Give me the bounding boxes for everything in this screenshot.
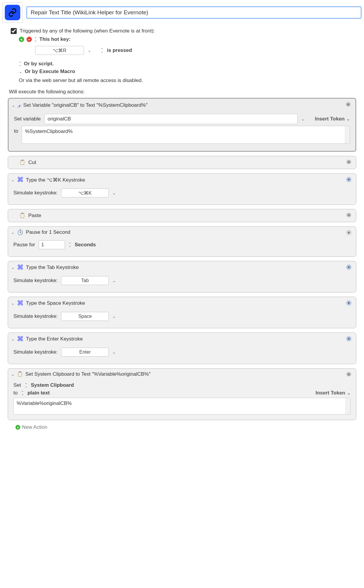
action-set-clipboard[interactable]: ⌄ Set System Clipboard to Text "%Variabl…: [8, 368, 356, 420]
chevron-down-icon[interactable]: ⌄: [19, 69, 22, 74]
set-variable-label: Set variable: [14, 116, 41, 122]
clipboard-target-label: System Clipboard: [31, 382, 74, 388]
gear-icon[interactable]: [345, 159, 352, 166]
simulate-keystroke-label: Simulate keystroke:: [13, 349, 57, 355]
svg-point-18: [348, 302, 350, 304]
disclosure-icon[interactable]: ⌄: [11, 337, 15, 341]
keystroke-field[interactable]: Enter: [61, 348, 109, 357]
hotkey-mode-stepper[interactable]: ⌃⌄: [101, 49, 103, 52]
trigger-label: Triggered by any of the following (when …: [20, 28, 155, 34]
clipboard-icon: [17, 371, 23, 377]
simulate-keystroke-label: Simulate keystroke:: [13, 278, 57, 284]
keystroke-dropdown-icon[interactable]: ⌄: [112, 314, 116, 319]
new-action-label[interactable]: New Action: [22, 424, 47, 430]
disclosure-icon[interactable]: ⌄: [11, 372, 15, 377]
clipboard-icon: [19, 212, 25, 219]
svg-rect-6: [21, 213, 24, 218]
command-icon: ⌘: [17, 264, 24, 271]
clipboard-icon: [19, 159, 25, 166]
disclosure-icon[interactable]: ⌄: [11, 177, 15, 182]
or-script-stepper[interactable]: ⌃⌄: [19, 62, 21, 66]
to-label: to: [13, 390, 18, 396]
gear-icon[interactable]: [345, 335, 352, 342]
action-set-variable[interactable]: ⌄ 𝓍 Set Variable "originalCB" to Text "%…: [8, 98, 356, 152]
keystroke-field[interactable]: Tab: [61, 276, 109, 285]
chevron-down-icon: ⌄: [347, 391, 351, 395]
svg-rect-1: [21, 160, 24, 165]
keystroke-dropdown-icon[interactable]: ⌄: [112, 278, 116, 283]
action-title: Type the Tab Keystroke: [26, 264, 79, 270]
gear-icon[interactable]: [345, 212, 352, 219]
command-icon: ⌘: [17, 176, 24, 184]
svg-rect-12: [20, 229, 21, 230]
to-value-textarea[interactable]: %SystemClipboard%: [22, 126, 350, 144]
remove-trigger-button[interactable]: −: [27, 37, 32, 42]
scrollbar[interactable]: [345, 126, 350, 143]
action-title: Set System Clipboard to Text "%Variable%…: [25, 371, 151, 377]
svg-rect-21: [18, 372, 22, 377]
gear-icon[interactable]: [345, 101, 352, 108]
trigger-type-stepper[interactable]: ⌃⌄: [34, 38, 37, 41]
pause-value-input[interactable]: [39, 240, 65, 249]
keystroke-field[interactable]: ⌥⌘K: [61, 188, 109, 197]
svg-rect-22: [19, 372, 21, 372]
action-pause[interactable]: ⌄ Pause for 1 Second Pause for ⌃⌄ Second…: [8, 226, 356, 257]
macro-title-input[interactable]: [26, 6, 362, 19]
insert-token-button[interactable]: Insert Token ⌄: [315, 116, 350, 122]
action-title: Type the Enter Keystroke: [26, 336, 83, 342]
add-action-button[interactable]: +: [15, 425, 20, 430]
action-title: Cut: [28, 160, 36, 165]
svg-point-14: [348, 232, 350, 233]
hotkey-label: This hot key:: [39, 36, 71, 42]
to-label: to: [14, 126, 18, 134]
svg-point-20: [348, 338, 350, 340]
link-icon: [5, 5, 20, 20]
hotkey-field[interactable]: ⌥⌘R: [35, 46, 84, 55]
disclosure-icon[interactable]: ⌄: [11, 301, 15, 306]
action-type-space[interactable]: ⌄ ⌘ Type the Space Keystroke Simulate ke…: [8, 297, 356, 328]
action-paste[interactable]: Paste: [8, 209, 356, 222]
svg-point-5: [348, 179, 350, 180]
keystroke-field[interactable]: Space: [61, 312, 109, 321]
pause-for-label: Pause for: [13, 242, 35, 248]
macro-icon-well[interactable]: [2, 2, 23, 23]
gear-icon[interactable]: [345, 299, 352, 307]
or-script-label: Or by script.: [24, 61, 54, 67]
keystroke-dropdown-icon[interactable]: ⌄: [112, 350, 116, 355]
is-pressed-label: is pressed: [107, 47, 132, 53]
svg-rect-7: [21, 213, 24, 214]
insert-token-button[interactable]: Insert Token ⌄: [315, 390, 351, 396]
action-title: Paste: [28, 213, 41, 219]
trigger-enabled-checkbox[interactable]: [11, 28, 17, 34]
scrollbar[interactable]: [346, 398, 350, 414]
action-title: Type the Space Keystroke: [26, 300, 85, 306]
keystroke-dropdown-icon[interactable]: ⌄: [112, 191, 116, 195]
pause-unit-label: Seconds: [75, 242, 96, 248]
add-trigger-button[interactable]: +: [19, 37, 24, 42]
gear-icon[interactable]: [345, 176, 352, 183]
clipboard-target-stepper[interactable]: ⌃⌄: [25, 383, 27, 387]
action-cut[interactable]: Cut: [8, 156, 356, 169]
gear-icon[interactable]: [345, 229, 352, 236]
gear-icon[interactable]: [345, 264, 352, 271]
simulate-keystroke-label: Simulate keystroke:: [13, 313, 57, 319]
set-label: Set: [13, 382, 21, 388]
action-type-enter[interactable]: ⌄ ⌘ Type the Enter Keystroke Simulate ke…: [8, 332, 356, 364]
action-type-cmdk[interactable]: ⌄ ⌘ Type the ⌥⌘K Keystroke Simulate keys…: [8, 173, 356, 205]
gear-icon[interactable]: [345, 371, 352, 378]
hotkey-dropdown-icon[interactable]: ⌄: [88, 48, 91, 53]
svg-rect-2: [21, 160, 24, 161]
variable-name-input[interactable]: [44, 114, 298, 124]
disclosure-icon[interactable]: ⌄: [11, 265, 15, 270]
pause-unit-stepper[interactable]: ⌃⌄: [69, 243, 71, 247]
or-execute-macro-label: Or by Execute Macro: [25, 69, 75, 75]
clipboard-value-textarea[interactable]: %Variable%originalCB%: [13, 398, 351, 414]
format-stepper[interactable]: ⌃⌄: [21, 391, 24, 395]
disclosure-icon[interactable]: ⌄: [11, 230, 15, 235]
disclosure-icon[interactable]: ⌄: [12, 103, 15, 108]
action-type-tab[interactable]: ⌄ ⌘ Type the Tab Keystroke Simulate keys…: [8, 261, 356, 293]
variable-dropdown-icon[interactable]: ⌄: [301, 117, 305, 121]
chevron-down-icon: ⌄: [346, 117, 350, 121]
action-title: Pause for 1 Second: [26, 229, 70, 235]
command-icon: ⌘: [17, 299, 24, 307]
